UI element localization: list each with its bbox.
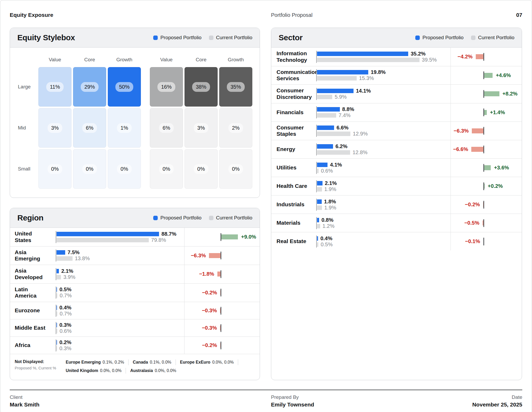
proposed-value: 0.2% [59,339,71,345]
current-bar [57,346,57,351]
delta-positive-bar [484,184,484,189]
sector-row-label: Health Care [271,177,316,195]
proposed-bar [57,323,57,327]
region-bars-cell: 0.5% 0.7% [56,284,184,302]
delta-cell: +4.6% +4.6% [451,66,522,85]
sector-bars-cell: 14.1% 5.9% [316,85,451,103]
stylebox-corner-spacer [18,54,37,66]
current-value: 5.9% [335,94,347,100]
proposed-value: 88.7% [161,231,176,237]
current-bar-line: 7.4% [317,113,451,118]
proposed-value: 0.3% [59,322,71,328]
bar-axis-line [316,51,317,63]
delta-positive-side: +9.0% [221,234,260,240]
sector-row: Consumer Discretionary 14.1% 5.9% [271,84,522,103]
delta-negative-side: −6.3% [185,253,221,259]
delta-cell: −0.2% −0.2% [184,337,260,354]
proposed-value: 14.1% [356,88,371,94]
current-bar [57,293,57,298]
not-displayed-label: Not Displayed: [15,359,56,364]
delta-cell: −0.5% −0.5% [451,214,522,232]
delta-negative-side: −0.2% [185,290,221,296]
current-bar [317,95,332,99]
bar-axis-line [56,339,56,351]
delta-cell: −6.3% −6.3% [184,247,260,265]
bar-axis-line [316,162,317,174]
delta-negative-side: −6.3% [451,128,483,134]
bar-axis-line [316,143,317,155]
stylebox-row-label: Mid [18,108,37,148]
region-row: Latin America 0.5% 0.7% [10,283,260,302]
bar-axis-line [56,268,56,280]
document-title: Portfolio Proposal [271,12,313,18]
stylebox-cell: 29% [73,67,106,107]
current-value: 1.2% [323,223,335,229]
prepared-by-label: Prepared By [271,394,314,400]
current-bar-line: 13.8% [57,256,184,261]
sector-row-label: Information Technology [271,48,316,66]
bar-axis-line [56,287,56,299]
stylebox-cell-value: 0% [194,164,209,174]
proposed-bar [57,305,57,310]
not-displayed-item: Australasia0.0%, 0.0% [130,368,176,373]
stylebox-group-spacer [142,108,148,148]
stylebox-cell: 11% [38,67,71,107]
current-swatch-icon [209,36,213,40]
delta-negative-side: −1.8% [185,271,221,277]
delta-negative-side: −0.2% [185,342,221,348]
current-bar-line: 79.8% [57,238,184,242]
current-value: 79.8% [151,237,166,243]
delta-cell: −0.3% −0.3% [184,302,260,319]
section-title: Equity Exposure [10,12,260,18]
proposed-value: 4.1% [330,162,342,168]
delta-positive-side: +4.6% [484,72,522,78]
delta-cell: −1.8% −1.8% [184,265,260,283]
not-displayed-item: Europe Emerging0.1%, 0.2% [66,360,124,365]
sector-row-label: Utilities [271,159,316,177]
bar-axis-line [56,231,56,243]
region-row: United States 88.7% 79.8% [10,228,260,246]
stylebox-header: Equity Stylebox Proposed Portfolio Curre… [10,28,260,48]
current-value: 0.7% [60,311,72,317]
current-bar-line: 15.3% [317,76,451,81]
delta-value: −0.2% [465,202,480,208]
delta-value: +0.2% [488,183,503,189]
delta-negative-side: −0.5% [451,220,483,226]
nd-divider [176,359,176,365]
delta-negative-bar [472,128,483,133]
nd-divider [238,359,238,365]
current-value: 39.5% [422,57,437,63]
delta-value: +3.6% [494,165,509,171]
region-bars-cell: 7.5% 13.8% [56,247,184,265]
region-row: Eurozone 0.4% 0.7% [10,302,260,319]
delta-positive-bar [484,165,491,170]
region-bars-cell: 2.1% 3.9% [56,265,184,283]
current-bar-line: 0.5% [317,242,451,247]
stylebox-cell: 38% [185,67,218,107]
sector-row: Energy 6.2% 12.8% [271,140,522,158]
delta-axis-tick [221,341,221,349]
proposed-bar-line: 2.1% [57,269,184,273]
delta-axis-tick [221,270,221,278]
stylebox-cell: 0% [150,149,183,189]
proposed-bar-line: 14.1% [317,88,451,93]
proposed-bar-line: 0.2% [57,340,184,345]
stylebox-cell: 2% [219,108,252,148]
stylebox-cell: 6% [73,108,106,148]
proposed-value: 7.5% [68,249,80,255]
legend-proposed: Proposed Portfolio [153,215,201,221]
legend-proposed: Proposed Portfolio [415,35,463,41]
proposed-value: 6.2% [335,143,347,149]
region-row-label: United States [10,228,56,246]
proposed-bar-line: 6.6% [317,125,451,130]
delta-value: −6.3% [454,128,469,134]
stylebox-cell: 3% [38,108,71,148]
delta-negative-side: −0.3% [185,325,221,331]
delta-value: −0.2% [202,290,217,296]
current-value: 1.9% [324,186,336,192]
delta-value: −0.3% [202,325,217,331]
proposed-bar [57,232,159,236]
current-bar [57,256,73,261]
stylebox-cell: 0% [73,149,106,189]
page-header-right: Portfolio Proposal 07 [271,12,522,18]
